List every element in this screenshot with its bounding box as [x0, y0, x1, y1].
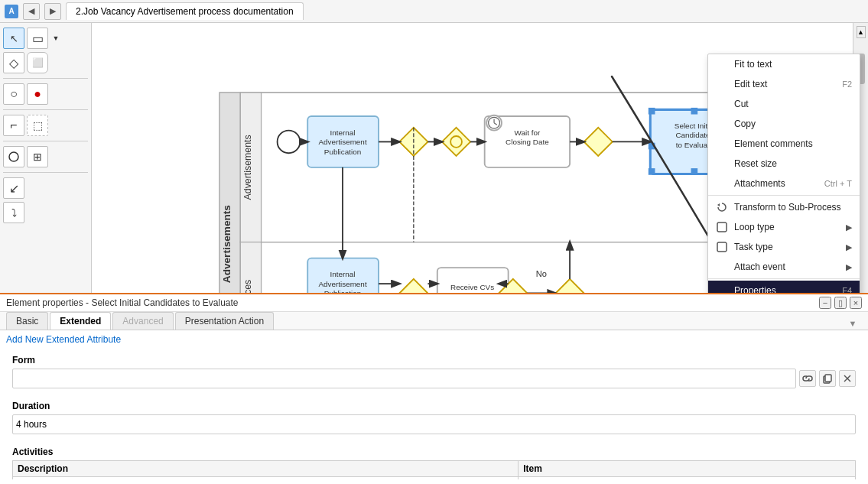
line-tool[interactable]: ↙: [3, 177, 24, 199]
tab-presentation-action[interactable]: Presentation Action: [175, 312, 274, 330]
duration-input[interactable]: [12, 414, 856, 434]
loop-type-icon: [716, 221, 728, 233]
vscroll-up[interactable]: ▲: [857, 26, 866, 38]
ctx-cut-label: Cut: [734, 99, 749, 109]
attachments-icon: [716, 177, 728, 190]
back-button[interactable]: ◀: [23, 3, 40, 20]
form-input-row: [12, 369, 856, 388]
top-bar: A ◀ ▶ 2.Job Vacancy Advertisement proces…: [0, 0, 868, 23]
select-tool[interactable]: ↖: [3, 28, 24, 49]
corner-tool[interactable]: ⌐: [3, 115, 24, 136]
ctx-copy-label: Copy: [734, 119, 756, 129]
edit-text-icon: [716, 78, 728, 90]
ctx-reset-size-label: Reset size: [734, 158, 777, 169]
svg-marker-71: [717, 203, 720, 206]
svg-text:Internal: Internal: [330, 270, 356, 278]
duration-label: Duration: [12, 401, 856, 411]
copy-icon: [716, 118, 728, 130]
svg-rect-72: [717, 223, 727, 232]
edit-text-shortcut: F2: [842, 80, 852, 89]
task-type-icon: [716, 241, 728, 253]
ctx-task-type[interactable]: Task type ▶: [708, 237, 860, 257]
bottom-panel: Element properties - Select Initial Cand…: [0, 293, 868, 484]
dotted-line-tool[interactable]: ⤵: [3, 202, 24, 223]
separator-3: [3, 141, 88, 141]
ctx-edit-text[interactable]: Edit text F2: [708, 74, 860, 94]
reset-size-icon: [716, 158, 728, 170]
panel-restore-btn[interactable]: ▯: [834, 297, 847, 309]
circle-tool[interactable]: ○: [3, 83, 24, 105]
ctx-edit-text-label: Edit text: [734, 79, 767, 89]
app-icon: A: [5, 5, 18, 18]
transform-icon: [716, 201, 728, 213]
red-circle-tool[interactable]: ●: [27, 83, 48, 105]
separator-1: [3, 78, 88, 79]
tab-dropdown-btn[interactable]: ▼: [847, 317, 859, 330]
svg-rect-35: [649, 108, 655, 115]
tool-row-1: ↖ ▭ ▼: [3, 28, 88, 49]
svg-rect-36: [691, 108, 698, 115]
forward-button[interactable]: ▶: [44, 3, 61, 20]
ctx-loop-type-label: Loop type: [734, 222, 775, 232]
form-delete-btn[interactable]: [839, 370, 856, 387]
svg-text:Advertisements: Advertisements: [221, 205, 232, 284]
rounded-rect-tool[interactable]: ⬜: [27, 52, 48, 73]
ctx-task-type-label: Task type: [734, 242, 773, 252]
attach-event-icon: [716, 261, 728, 273]
tabs-bar: Basic Extended Advanced Presentation Act…: [0, 312, 868, 330]
svg-text:Wait for: Wait for: [515, 128, 541, 137]
dotted-rect-tool[interactable]: ⬚: [27, 115, 48, 136]
separator-2: [3, 109, 88, 110]
svg-text:Advertisement: Advertisement: [318, 138, 366, 146]
svg-marker-29: [584, 128, 613, 156]
ctx-reset-size[interactable]: Reset size: [708, 154, 860, 174]
ctx-fit-to-text[interactable]: Fit to text: [708, 54, 860, 74]
svg-text:Advertisement: Advertisement: [318, 280, 366, 288]
col-item: Item: [519, 461, 856, 477]
ctx-fit-to-text-label: Fit to text: [734, 59, 772, 70]
ctx-loop-type[interactable]: Loop type ▶: [708, 217, 860, 237]
ctx-transform-label: Transform to Sub-Process: [734, 202, 841, 213]
ctx-transform-subprocess[interactable]: Transform to Sub-Process: [708, 197, 860, 217]
form-link-btn[interactable]: [799, 370, 816, 387]
panel-close-btn[interactable]: ×: [850, 297, 862, 309]
duration-section: Duration: [0, 395, 868, 440]
svg-text:Closing Date: Closing Date: [506, 138, 549, 146]
tab-advanced[interactable]: Advanced: [112, 312, 173, 330]
tab-basic[interactable]: Basic: [6, 312, 48, 330]
form-input[interactable]: [12, 369, 796, 388]
ctx-attach-event-label: Attach event: [734, 261, 785, 272]
ctx-cut[interactable]: Cut: [708, 94, 860, 114]
panel-minimize-btn[interactable]: −: [819, 297, 831, 309]
activities-table: Description Item: [12, 460, 856, 479]
start-event-tool[interactable]: [3, 146, 24, 167]
svg-text:Internal: Internal: [330, 128, 356, 137]
tool-row-2: ◇ ⬜: [3, 52, 88, 73]
activities-section: Activities Description Item: [0, 440, 868, 479]
table-tool[interactable]: ⊞: [27, 146, 48, 167]
tool-row-6: ↙: [3, 177, 88, 199]
rect-tool[interactable]: ▭: [27, 28, 48, 49]
panel-icons: − ▯ ×: [819, 297, 862, 309]
form-label: Form: [12, 355, 856, 365]
loop-type-arrow: ▶: [846, 223, 852, 232]
activities-label: Activities: [12, 447, 856, 457]
tab-extended[interactable]: Extended: [50, 312, 111, 330]
ctx-attach-event[interactable]: Attach event ▶: [708, 257, 860, 277]
ctx-element-comments[interactable]: Element comments: [708, 134, 860, 154]
add-attribute-link[interactable]: Add New Extended Attribute: [0, 330, 127, 349]
tool-row-3: ○ ●: [3, 83, 88, 105]
form-section: Form: [0, 349, 868, 395]
ctx-attachments[interactable]: Attachments Ctrl + T: [708, 174, 860, 193]
main-tab[interactable]: 2.Job Vacancy Advertisement process docu…: [66, 2, 304, 20]
dropdown-btn[interactable]: ▼: [50, 28, 61, 49]
form-copy-btn[interactable]: [819, 370, 836, 387]
ctx-attachments-label: Attachments: [734, 178, 785, 189]
diamond-tool[interactable]: ◇: [3, 52, 24, 73]
context-menu: Fit to text Edit text F2 Cut: [707, 54, 860, 301]
panel-content: Add New Extended Attribute Form Duration: [0, 330, 868, 479]
svg-rect-41: [691, 168, 698, 175]
fit-text-icon: [716, 58, 728, 70]
attach-event-arrow: ▶: [846, 262, 852, 272]
ctx-copy[interactable]: Copy: [708, 114, 860, 134]
